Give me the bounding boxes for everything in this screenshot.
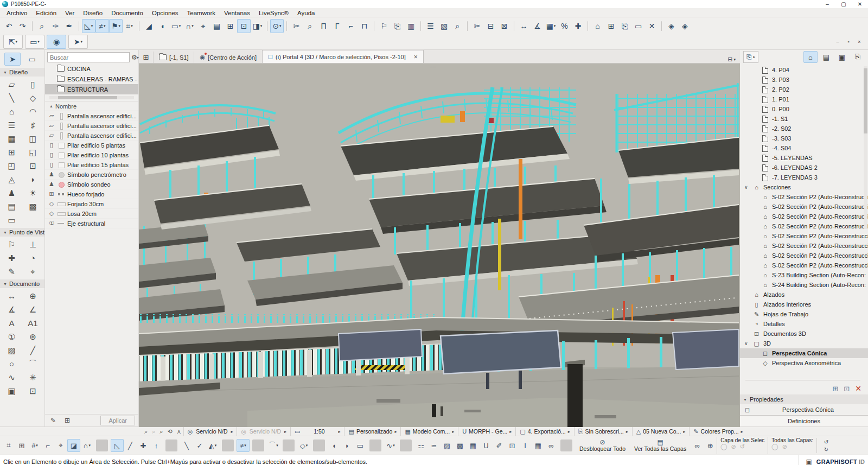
favorite-item[interactable]: Pantalla ascensor edifici... [45,111,138,121]
navigator-item[interactable]: ∨ S-02 Sección P2 (Auto-Reconstrucci [740,260,868,270]
graphisoft-id[interactable]: ▣ GRAPHISOFT ID [799,455,865,465]
expander-icon[interactable]: ∨ [744,341,750,346]
navigator-item[interactable]: ∨ S-02 Sección P2 (Auto-Reconstrucci [740,251,868,260]
magnet-icon[interactable]: ◉▾ [47,35,66,49]
gravity-icon[interactable]: ◢▾ [142,19,156,33]
zoom-in-icon[interactable]: ⌕ [157,428,165,435]
arc-tool-icon[interactable]: ◭▾ [206,439,219,452]
child-maximize-button[interactable]: ▫ [843,39,854,44]
spline-tool-icon[interactable]: ∿ [3,371,21,384]
navigator-item[interactable]: ∨ S-23 Building Section (Auto-Recon: [740,270,868,280]
door-mode-icon[interactable]: ◪▾ [67,439,80,452]
guide-lines-icon[interactable]: ≠▾ [95,19,109,33]
layer-state-icon[interactable]: ⊘ [782,443,787,450]
survey-point-icon[interactable]: ⌖▾ [196,19,210,33]
quad-view-icon[interactable]: ⊞ [139,51,153,63]
toolbox-section-document[interactable]: ▼Documento [0,279,44,288]
segment-revision[interactable]: △05 Nueva Co...▸ [632,427,690,436]
child-minimize-button[interactable]: – [832,39,843,44]
fit-icon[interactable]: ⊞▾ [15,439,28,452]
folder-item[interactable]: ESCALERAS - RAMPAS - ASCEN: [45,74,138,84]
layer-state-icon[interactable]: ◯ [720,443,727,450]
interior-elevation-tool-icon[interactable]: ✚ [3,251,21,265]
navigator-item[interactable]: ∨ Perspectiva Cónica [740,348,868,358]
navigator-item[interactable]: ∨ Hojas de Trabajo [740,309,868,319]
pen-icon[interactable]: ╱▾ [124,439,137,452]
surveyor-icon[interactable]: ⌖▾ [54,439,67,452]
link-elements-icon[interactable]: ∞ [691,439,704,452]
definitions-button[interactable]: Definiciones [740,415,868,426]
navigator-item[interactable]: ∨ 4. P04 [740,65,868,75]
navigator-item[interactable]: ∨ Alzados [740,290,868,300]
line-tool-icon[interactable]: ╱ [24,343,42,357]
door-tool-icon[interactable]: ◫ [24,132,42,145]
edit-criteria-icon[interactable]: ✎ [48,413,58,428]
project-chooser-button[interactable]: ⎘▸ [743,51,758,63]
tab-drag-handle[interactable]: ┄┄ [430,65,437,70]
spline-icon[interactable]: ∿▾ [384,439,397,452]
column-tool-icon[interactable]: ▯ [24,78,42,91]
fill-tool-icon[interactable]: ▨ [3,343,21,357]
wall-priority-icon[interactable]: ⚏▾ [414,439,427,452]
measure-icon[interactable]: ▤▾ [210,19,224,33]
lamp-tool-icon[interactable]: ☀ [24,186,42,200]
link-lock-icon[interactable]: ⊕ [704,439,717,452]
brush-icon[interactable]: ✐▾ [493,439,506,452]
favorite-item[interactable]: Pantalla ascensor edifici... [45,131,138,141]
dimension-tool-icon[interactable]: ↔ [3,289,21,303]
maximize-button[interactable]: ▢ [835,1,852,7]
drawing-icon[interactable]: ▭▾ [631,19,645,33]
new-favorite-icon[interactable]: ⊞ [62,413,72,428]
setsquare-icon[interactable]: ◺▾ [82,19,95,33]
tab-3d-view[interactable]: ◻ (i) Portal 4 [3D / Marco de selección,… [262,50,424,63]
walk-mode-icon[interactable]: ⋏ [175,428,183,435]
navigator-item[interactable]: ∨ -2. S02 [740,124,868,133]
intersect-icon[interactable]: ⌐▾ [344,19,358,33]
navigator-item[interactable]: ∨ S-24 Building Section (Auto-Recon: [740,280,868,290]
fit-window-icon[interactable]: ⊞▾ [224,19,237,33]
new-viewpoint-icon[interactable]: ⊡ [844,385,850,393]
tree-scrollbar[interactable] [864,66,867,229]
menu-item[interactable]: Diseño [79,10,107,16]
opening-tool-icon[interactable]: ▭ [3,213,21,227]
navigator-item[interactable]: ∨ Detalles [740,319,868,329]
navigator-item[interactable]: ∨ -1. S1 [740,114,868,124]
navigator-item[interactable]: ∨ 0. P00 [740,104,868,114]
add-icon[interactable]: ✚▾ [571,19,585,33]
navigator-item[interactable]: ∨ -5. LEYENDAS [740,153,868,163]
navigator-item[interactable]: ∨ 3. P03 [740,75,868,85]
construction-grid-icon[interactable]: ⌐▾ [41,439,54,452]
favorite-item[interactable]: Eje estructural [45,219,138,228]
hotspot-tool-icon[interactable]: ✳ [24,371,42,384]
railing-tool-icon[interactable]: ♯ [24,118,42,132]
roof-tool-icon[interactable]: ⌂ [3,105,21,118]
layer-state-icon[interactable]: ⊘ [731,443,736,450]
angle-dimension-icon[interactable]: ∡▾ [531,19,544,33]
toolbox-section-viewpoint[interactable]: ▼Punto de Vist. [0,228,44,237]
pan-icon[interactable]: ⌕ [150,428,157,435]
menu-item[interactable]: Ver [61,10,79,16]
publisher-icon[interactable]: ⎘ [851,51,865,63]
segment-service-2[interactable]: ◎Servicio N/D▸ [237,427,290,436]
cut-plane-icon[interactable]: ✂▾ [290,19,303,33]
fills-icon[interactable]: ▧▾ [437,19,451,33]
favorite-item[interactable]: Pilar edificio 15 plantas [45,160,138,170]
percent-icon[interactable]: %▾ [558,19,571,33]
plane-right-icon[interactable]: ◗▾ [341,439,354,452]
tab-floor-plan[interactable]: [-1, S1] [153,52,194,63]
navigator-item[interactable]: ∨ -6. LEYENDAS 2 [740,163,868,173]
menu-item[interactable]: Archivo [2,10,31,16]
shell-tool-icon[interactable]: ◠ [24,105,42,118]
equipment-tool-icon[interactable]: ▤ [3,200,21,213]
segment-layer-combination[interactable]: ▤Personalizado▸ [344,427,400,436]
chain-icon[interactable]: ∞▾ [545,439,558,452]
search-input[interactable] [47,52,130,62]
marquee-arrow-icon[interactable]: ▭▾ [25,35,44,49]
fill-display-icon[interactable]: ▨▾ [441,439,454,452]
view-map-icon[interactable]: ▤ [819,51,833,63]
navigator-item[interactable]: ∨ S-02 Sección P2 (Auto-Reconstrucci [740,241,868,251]
guide-lines-icon[interactable]: ≠▾ [237,439,250,452]
show-all-layers-button[interactable]: ▤ Ver Todas las Capas [630,437,691,454]
grid-icon[interactable]: #▾ [28,439,41,452]
menu-item[interactable]: Ayuda [293,10,319,16]
